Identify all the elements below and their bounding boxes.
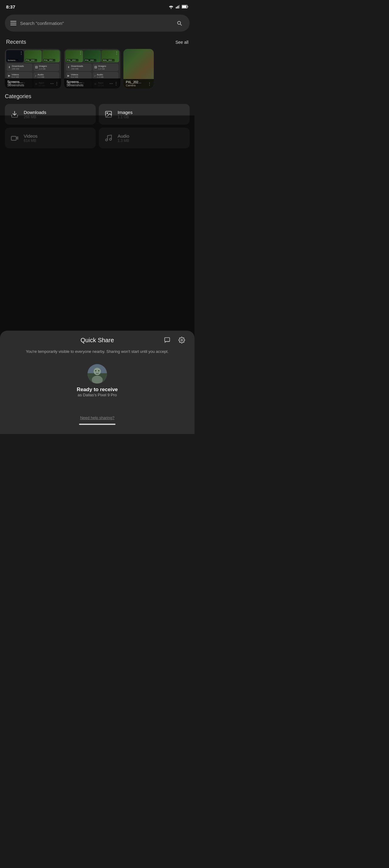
thumb-4: PXL_202… ⋮ (65, 50, 83, 62)
search-button[interactable] (174, 18, 184, 28)
avatar-section: Ready to receive as Dallas's Pixel 9 Pro (7, 364, 187, 397)
thumb-2: PXL_202… (24, 50, 42, 62)
recent-item-2[interactable]: PXL_202… ⋮ PXL_202… BXL_202… ⋮ ⬇ Down (64, 49, 120, 88)
hamburger-menu[interactable] (10, 21, 17, 25)
cat-mini-images: 🖼 Images 1.0 GB (33, 64, 59, 71)
recent-3-bottom: PXL_202… Camera ⋮ (123, 79, 154, 88)
svg-rect-14 (165, 338, 170, 342)
svg-rect-3 (178, 6, 179, 8)
feedback-button[interactable] (162, 335, 173, 346)
device-name-text: as Dallas's Pixel 9 Pro (76, 393, 118, 397)
sheet-header: Quick Share (7, 337, 187, 344)
cat-mini-images-2: 🖼 Images 1.0 GB (93, 64, 119, 71)
see-all-button[interactable]: See all (175, 40, 188, 45)
svg-rect-2 (177, 6, 177, 8)
recent-2-bottom: Screens… Screenshots ⋯ ⋮ (64, 79, 120, 88)
svg-rect-6 (182, 5, 186, 8)
sheet-description: You're temporarily visible to everyone n… (7, 349, 187, 355)
images-name: Images (118, 110, 132, 115)
recents-scroll: ⋮ Screens… PXL_202… PXL_202… ⬇ Downloads (0, 49, 195, 88)
ready-label: Ready to receive as Dallas's Pixel 9 Pro (76, 386, 118, 397)
help-link[interactable]: Need help sharing? (7, 415, 187, 420)
svg-point-17 (181, 339, 183, 341)
ready-to-receive-text: Ready to receive (76, 386, 118, 393)
svg-rect-7 (188, 6, 188, 7)
svg-rect-4 (179, 5, 180, 8)
cat-mini-downloads-2: ⬇ Downloads 266 MB (66, 64, 92, 71)
recent-item-1[interactable]: ⋮ Screens… PXL_202… PXL_202… ⬇ Downloads (5, 49, 61, 88)
svg-point-0 (171, 8, 172, 9)
home-indicator (79, 424, 116, 425)
recents-title: Recents (6, 39, 26, 45)
avatar-image (88, 364, 107, 383)
signal-icon (176, 5, 180, 9)
search-placeholder: Search "confirmation" (20, 21, 171, 26)
wifi-icon (168, 5, 174, 9)
status-bar: 8:37 (0, 0, 195, 12)
status-icons (168, 5, 188, 9)
status-time: 8:37 (6, 4, 15, 9)
search-icon (176, 20, 182, 26)
thumb-3: PXL_202… (42, 50, 60, 62)
thumb-1: ⋮ Screens… (6, 50, 24, 62)
thumb-5: PXL_202… (84, 50, 101, 62)
settings-button[interactable] (176, 335, 187, 346)
user-avatar (88, 364, 107, 383)
sheet-title: Quick Share (80, 337, 114, 344)
thumb-6: BXL_202… ⋮ (101, 50, 119, 62)
sheet-actions (162, 335, 187, 346)
svg-point-20 (94, 368, 101, 375)
battery-icon (182, 5, 188, 8)
recents-section-header: Recents See all (0, 36, 195, 49)
downloads-name: Downloads (24, 110, 46, 115)
recent-item-3[interactable]: PXL_202… Camera ⋮ (123, 49, 154, 88)
svg-point-22 (95, 370, 96, 371)
svg-point-23 (98, 370, 99, 371)
quick-share-sheet: Quick Share You're temporarily visible t… (0, 331, 195, 434)
search-bar[interactable]: Search "confirmation" (5, 14, 190, 32)
recent-1-bottom: Screens… Screenshots ⋯ ⋮ (5, 79, 61, 88)
categories-title: Categories (5, 93, 190, 100)
svg-rect-1 (176, 7, 176, 8)
cat-mini-downloads: ⬇ Downloads 266 MB (7, 64, 33, 71)
svg-point-10 (107, 113, 108, 114)
